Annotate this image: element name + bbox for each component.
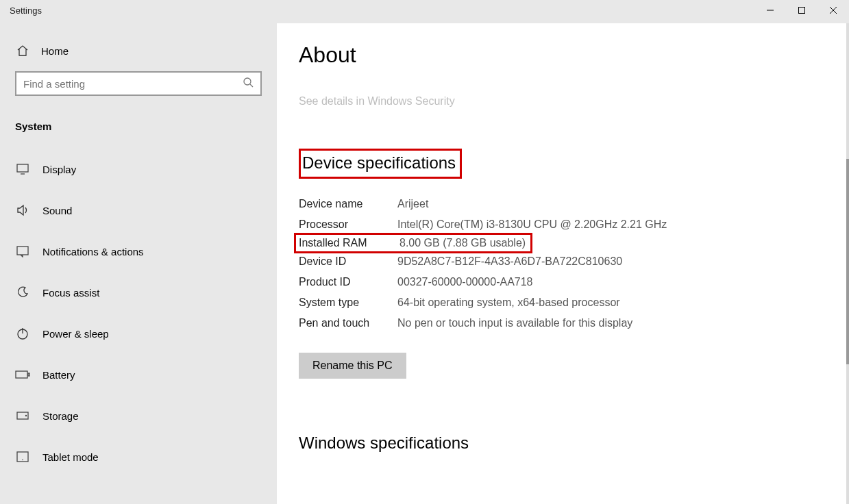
sound-icon bbox=[15, 204, 30, 216]
sidebar-item-label: Tablet mode bbox=[42, 451, 99, 463]
svg-rect-1 bbox=[799, 8, 805, 14]
spec-value: Arijeet bbox=[397, 198, 428, 210]
svg-point-16 bbox=[22, 459, 23, 461]
spec-key: Pen and touch bbox=[299, 317, 397, 329]
spec-key: Device name bbox=[299, 198, 397, 210]
sidebar-item-tablet-mode[interactable]: Tablet mode bbox=[0, 436, 277, 477]
page-title: About bbox=[299, 42, 849, 68]
scrollbar-thumb[interactable] bbox=[846, 159, 849, 364]
display-icon bbox=[15, 163, 30, 175]
spec-installed-ram: Installed RAM 8.00 GB (7.88 GB usable) bbox=[294, 233, 532, 253]
window-title: Settings bbox=[0, 0, 51, 21]
windows-specifications-heading: Windows specifications bbox=[299, 433, 849, 453]
sidebar-item-notifications[interactable]: Notifications & actions bbox=[0, 231, 277, 272]
sidebar-item-power-sleep[interactable]: Power & sleep bbox=[0, 313, 277, 354]
spec-value: 9D52A8C7-B12F-4A33-A6D7-BA722C810630 bbox=[397, 255, 622, 268]
svg-rect-12 bbox=[28, 373, 29, 376]
spec-processor: Processor Intel(R) Core(TM) i3-8130U CPU… bbox=[299, 214, 849, 235]
spec-value: 00327-60000-00000-AA718 bbox=[397, 276, 533, 288]
device-specifications-heading: Device specifications bbox=[299, 149, 462, 179]
window-controls bbox=[754, 0, 849, 21]
spec-product-id: Product ID 00327-60000-00000-AA718 bbox=[299, 272, 849, 292]
titlebar: Settings bbox=[0, 0, 849, 23]
sidebar-item-label: Focus assist bbox=[42, 287, 99, 299]
sidebar-item-label: Storage bbox=[42, 410, 79, 422]
sidebar-item-label: Power & sleep bbox=[42, 328, 109, 340]
settings-content: About See details in Windows Security De… bbox=[277, 23, 849, 504]
home-label: Home bbox=[41, 45, 69, 57]
svg-rect-8 bbox=[17, 247, 28, 255]
home-icon bbox=[15, 44, 30, 58]
windows-security-link[interactable]: See details in Windows Security bbox=[299, 95, 455, 108]
svg-line-5 bbox=[250, 84, 253, 87]
sidebar-item-sound[interactable]: Sound bbox=[0, 190, 277, 231]
spec-key: Processor bbox=[299, 218, 397, 231]
device-specifications: Device name Arijeet Processor Intel(R) C… bbox=[299, 194, 849, 333]
settings-sidebar: Home System Display Sound Notificat bbox=[0, 23, 277, 504]
sidebar-item-label: Notifications & actions bbox=[42, 246, 144, 257]
spec-value: No pen or touch input is available for t… bbox=[397, 317, 632, 329]
minimize-button[interactable] bbox=[754, 0, 786, 21]
focus-assist-icon bbox=[15, 286, 30, 299]
storage-icon bbox=[15, 411, 30, 420]
svg-rect-11 bbox=[16, 371, 27, 378]
sidebar-item-focus-assist[interactable]: Focus assist bbox=[0, 272, 277, 313]
sidebar-item-battery[interactable]: Battery bbox=[0, 354, 277, 395]
svg-rect-6 bbox=[17, 164, 28, 172]
spec-system-type: System type 64-bit operating system, x64… bbox=[299, 292, 849, 313]
spec-value: 64-bit operating system, x64-based proce… bbox=[397, 297, 620, 309]
sidebar-item-storage[interactable]: Storage bbox=[0, 395, 277, 436]
spec-key: Product ID bbox=[299, 276, 397, 288]
spec-device-id: Device ID 9D52A8C7-B12F-4A33-A6D7-BA722C… bbox=[299, 251, 849, 272]
svg-point-14 bbox=[25, 415, 27, 416]
spec-value: Intel(R) Core(TM) i3-8130U CPU @ 2.20GHz… bbox=[397, 218, 667, 231]
spec-key: Device ID bbox=[299, 255, 397, 268]
tablet-icon bbox=[15, 451, 30, 462]
search-icon bbox=[243, 77, 254, 90]
sidebar-category: System bbox=[0, 108, 277, 149]
sidebar-item-label: Display bbox=[42, 164, 76, 175]
sidebar-nav: Display Sound Notifications & actions Fo… bbox=[0, 149, 277, 477]
search-input[interactable] bbox=[23, 78, 243, 90]
power-icon bbox=[15, 327, 30, 340]
spec-key: System type bbox=[299, 297, 397, 309]
maximize-button[interactable] bbox=[786, 0, 817, 21]
svg-point-4 bbox=[244, 78, 251, 85]
spec-value: 8.00 GB (7.88 GB usable) bbox=[399, 237, 526, 249]
spec-pen-touch: Pen and touch No pen or touch input is a… bbox=[299, 313, 849, 333]
spec-device-name: Device name Arijeet bbox=[299, 194, 849, 214]
search-box[interactable] bbox=[15, 71, 262, 96]
sidebar-item-label: Sound bbox=[42, 205, 72, 216]
rename-pc-button[interactable]: Rename this PC bbox=[299, 353, 406, 379]
sidebar-item-display[interactable]: Display bbox=[0, 149, 277, 190]
sidebar-item-label: Battery bbox=[42, 369, 75, 381]
battery-icon bbox=[15, 370, 30, 379]
notifications-icon bbox=[15, 245, 30, 257]
spec-key: Installed RAM bbox=[299, 237, 399, 249]
close-button[interactable] bbox=[817, 0, 849, 21]
home-link[interactable]: Home bbox=[0, 30, 277, 71]
